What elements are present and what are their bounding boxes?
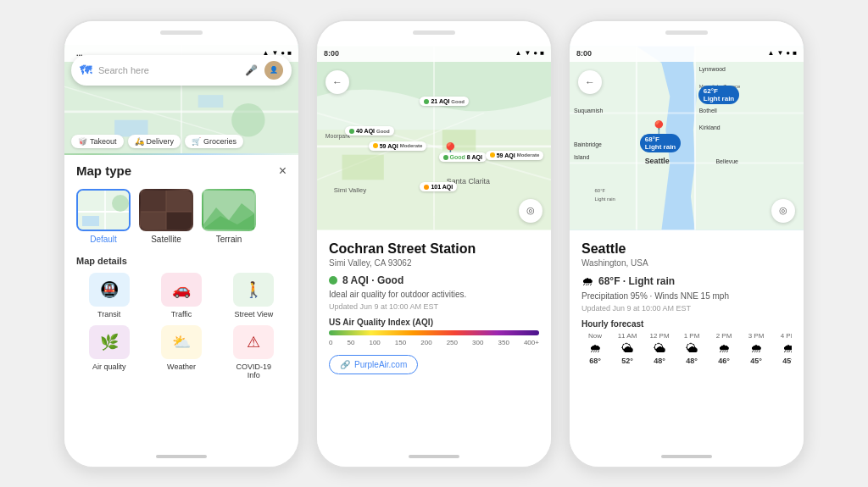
- hourly-4pm: 4 PM 🌧 45°: [775, 332, 792, 365]
- purpleair-icon: 🔗: [340, 360, 350, 369]
- svg-rect-6: [198, 95, 224, 108]
- hourly-1pm: 1 PM 🌥 48°: [678, 332, 705, 365]
- svg-text:Bellevue: Bellevue: [716, 158, 739, 163]
- info-panel-2: Cochran Street Station Simi Valley, CA 9…: [317, 231, 551, 446]
- map-details-label: Map details: [76, 256, 287, 266]
- svg-text:Light rain: Light rain: [595, 196, 615, 201]
- weather-icon-box-1: ⛅: [161, 325, 202, 359]
- aqi-marker-59b: 59 AQI Moderate: [486, 151, 544, 160]
- map-type-terrain[interactable]: Terrain: [202, 189, 256, 244]
- svg-rect-11: [82, 216, 99, 226]
- hourly-temp-1: 52°: [621, 357, 633, 365]
- street-icon-box: 🚶: [233, 273, 274, 307]
- detail-transit[interactable]: 🚇 Transit: [76, 273, 142, 318]
- aqi-marker-8: Good 8 AQI: [439, 152, 487, 162]
- svg-text:Lynnwood: Lynnwood: [699, 66, 726, 73]
- maps-logo: 🗺: [80, 64, 92, 77]
- back-button-3[interactable]: ←: [578, 70, 602, 94]
- hourly-icon-2: 🌥: [654, 341, 665, 355]
- hourly-icon-3: 🌥: [686, 341, 698, 355]
- map-type-label-terrain: Terrain: [216, 235, 242, 244]
- detail-traffic[interactable]: 🚗 Traffic: [148, 273, 214, 318]
- hourly-time-4: 2 PM: [716, 332, 732, 340]
- hourly-time-2: 12 PM: [649, 332, 669, 340]
- svg-rect-14: [141, 191, 166, 212]
- hourly-12pm: 12 PM 🌥 48°: [646, 332, 673, 365]
- hourly-11am: 11 AM 🌥 52°: [614, 332, 641, 365]
- avatar[interactable]: 👤: [264, 61, 283, 80]
- map-type-grid: Default Satellite: [76, 189, 287, 244]
- hourly-time-5: 3 PM: [748, 332, 765, 340]
- hourly-temp-4: 46°: [718, 357, 730, 365]
- hourly-temp-6: 45°: [782, 357, 792, 365]
- phone-top-bar-3: [570, 21, 804, 45]
- hourly-temp-0: 68°: [589, 357, 601, 365]
- detail-label-weather: Weather: [167, 362, 196, 371]
- map-type-default[interactable]: Default: [76, 189, 131, 244]
- purpleair-link[interactable]: 🔗 PurpleAir.com: [329, 355, 418, 374]
- chip-groceries[interactable]: 🛒Groceries: [185, 135, 243, 148]
- status-icons-2: ▲▼●■: [515, 49, 544, 57]
- hourly-time-6: 4 PM: [781, 332, 792, 340]
- hourly-icon-0: 🌧: [589, 341, 601, 355]
- phone-1: ... ▲▼●■ 🗺 Search here 🎤 👤 🥡Takeout: [63, 19, 300, 468]
- home-indicator-3: [661, 455, 712, 458]
- home-indicator-1: [156, 455, 207, 458]
- detail-label-covid: COVID-19Info: [236, 362, 272, 379]
- chip-delivery[interactable]: 🛵Delivery: [128, 135, 181, 148]
- hourly-temp-3: 48°: [686, 357, 698, 365]
- aqi-marker-21: 21 AQI Good: [420, 97, 469, 106]
- mic-icon[interactable]: 🎤: [245, 64, 258, 76]
- back-button-2[interactable]: ←: [326, 70, 349, 94]
- svg-point-7: [231, 102, 264, 136]
- status-bar-3: 8:00 ▲▼●■: [570, 45, 804, 62]
- aqi-marker-101: 101 AQI: [420, 182, 457, 191]
- hourly-icon-5: 🌧: [750, 341, 762, 355]
- detail-street[interactable]: 🚶 Street View: [221, 273, 287, 318]
- detail-air[interactable]: 🌿 Air quality: [76, 325, 142, 379]
- speaker-3: [665, 30, 708, 35]
- phone-3: Lynnwood Mountlake Terrace Bothell Suqua…: [568, 19, 805, 468]
- map-details-grid: 🚇 Transit 🚗 Traffic 🚶 Street View 🌿 Air …: [76, 273, 287, 379]
- phone-top-bar-2: [317, 21, 551, 45]
- detail-covid[interactable]: ⚠ COVID-19Info: [221, 325, 287, 379]
- location-button-3[interactable]: ◎: [771, 199, 795, 223]
- map-background-1: ... ▲▼●■ 🗺 Search here 🎤 👤 🥡Takeout: [64, 45, 298, 155]
- panel-title: Map type: [76, 163, 131, 178]
- hourly-label: Hourly forecast: [581, 319, 792, 329]
- hourly-row: Now 🌧 68° 11 AM 🌥 52° 12 PM 🌥 48°: [581, 332, 792, 365]
- phone-top-bar-1: [64, 21, 298, 45]
- map-type-satellite[interactable]: Satellite: [139, 189, 193, 244]
- aqi-marker-40: 40 AQI Good: [345, 126, 394, 136]
- hourly-now: Now 🌧 68°: [581, 332, 609, 365]
- hourly-icon-4: 🌧: [718, 341, 730, 355]
- location-name-3: Seattle: [581, 241, 792, 257]
- time-3: 8:00: [576, 49, 592, 58]
- aqi-scale-bar: [329, 330, 539, 335]
- search-placeholder: Search here: [98, 65, 238, 75]
- filter-chips: 🥡Takeout 🛵Delivery 🛒Groceries: [71, 135, 243, 148]
- svg-text:60°F: 60°F: [595, 188, 606, 193]
- traffic-icon-box: 🚗: [161, 273, 202, 307]
- aqi-description: Ideal air quality for outdoor activities…: [329, 290, 539, 299]
- phone-3-content: Lynnwood Mountlake Terrace Bothell Suqua…: [570, 45, 804, 446]
- svg-text:Seattle: Seattle: [645, 156, 670, 164]
- hourly-temp-2: 48°: [654, 357, 665, 365]
- phone-2: Santa Clarita Simi Valley Moorpark 8:00 …: [315, 19, 553, 468]
- detail-weather[interactable]: ⛅ Weather: [148, 325, 214, 379]
- detail-label-street: Street View: [234, 310, 273, 318]
- search-bar[interactable]: 🗺 Search here 🎤 👤: [71, 55, 292, 86]
- location-button-2[interactable]: ◎: [519, 199, 542, 223]
- chip-takeout[interactable]: 🥡Takeout: [71, 135, 124, 148]
- hourly-2pm: 2 PM 🌧 46°: [710, 332, 737, 365]
- svg-point-12: [112, 195, 129, 212]
- panel-header: Map type ×: [76, 163, 287, 179]
- map-type-thumb-satellite: [139, 189, 193, 231]
- map-type-thumb-terrain: [202, 189, 256, 231]
- close-button[interactable]: ×: [279, 163, 287, 179]
- location-sub-3: Washington, USA: [581, 258, 792, 268]
- aqi-scale-numbers: 050100150200250300350400+: [329, 339, 539, 346]
- time-2: 8:00: [324, 49, 339, 58]
- map-type-thumb-default: [76, 189, 131, 231]
- weather-updated: Updated Jun 9 at 10:00 AM EST: [581, 304, 792, 313]
